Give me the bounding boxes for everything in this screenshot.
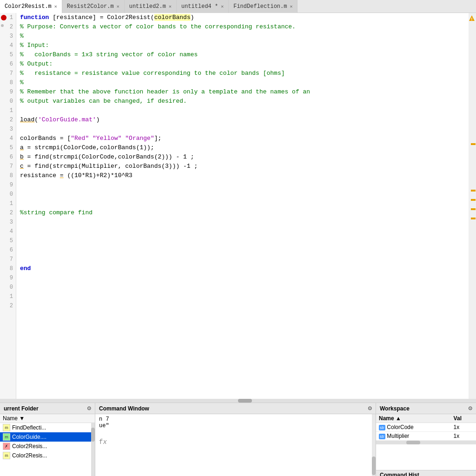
code-editor[interactable]: function [resistance] = Color2Resist(col… <box>16 13 469 399</box>
gutter-marker-1 <box>471 143 476 145</box>
code-line-7: % resistance = resistance value correspo… <box>20 69 469 78</box>
folder-item-color2resis-2[interactable]: m Color2Resis... <box>0 451 91 460</box>
code-line-5: % colorBands = 1x3 string vector of colo… <box>20 50 469 60</box>
folder-item-finddeflection[interactable]: m FindDeflecti... <box>0 423 91 432</box>
code-line-4: % Input: <box>20 41 469 50</box>
tab-label: untitled2.m <box>129 3 166 10</box>
folder-scrollbar-thumb[interactable] <box>91 428 95 442</box>
panel-current-folder: urrent Folder ⊙ Name ▼ m FindDeflecti...… <box>0 403 95 476</box>
ws-row-multiplier[interactable]: str Multiplier 1x <box>376 432 476 441</box>
current-folder-menu-icon[interactable]: ⊙ <box>87 405 91 411</box>
ws-cell-name-multiplier: str Multiplier <box>376 432 451 441</box>
line-num-28: 8 <box>0 264 16 273</box>
tab-color2resist[interactable]: Color2Resist.m ✕ <box>0 0 62 13</box>
file-icon-m: m <box>3 424 10 431</box>
code-line-14: colorBands = ["Red" "Yellow" "Orange"]; <box>20 134 469 143</box>
cmd-line-3: ue" <box>99 423 368 429</box>
code-line-12: load('ColorGuide.mat') <box>20 115 469 125</box>
line-num-29: 9 <box>0 273 16 283</box>
line-num-10: 0 <box>0 97 16 106</box>
line-num-20: 0 <box>0 190 16 199</box>
line-num-32: 2 <box>0 301 16 311</box>
line-num-1: 1 <box>0 13 16 22</box>
code-line-25 <box>20 236 469 245</box>
ws-type-icon-colorcode: str <box>379 425 385 430</box>
tab-label: untitled4 * <box>181 3 218 10</box>
file-icon-mat: m <box>3 433 10 441</box>
code-line-13 <box>20 125 469 134</box>
code-line-11 <box>20 106 469 115</box>
line-num-31: 1 <box>0 292 16 301</box>
code-line-26 <box>20 245 469 255</box>
current-folder-title: urrent Folder <box>4 405 39 412</box>
ws-type-icon-multiplier: str <box>379 434 385 439</box>
line-num-30: 0 <box>0 283 16 292</box>
line-num-5: 5 <box>0 50 16 60</box>
ws-col-value: Val <box>451 414 476 423</box>
tab-close-finddeflection[interactable]: ✕ <box>290 4 292 9</box>
command-scrollbar-thumb[interactable] <box>372 456 376 475</box>
command-window-title: Command Window <box>99 405 149 412</box>
code-line-17: c = find(strcmpi(Multiplier, colorBands(… <box>20 162 469 171</box>
right-gutter: ! <box>469 13 476 399</box>
command-window-menu-icon[interactable]: ⊙ <box>368 405 372 411</box>
tab-close-resist2color[interactable]: ✕ <box>117 4 119 9</box>
command-scrollbar[interactable] <box>372 414 376 476</box>
tab-close-untitled4[interactable]: ✕ <box>221 4 224 9</box>
ws-cell-val-multiplier: 1x <box>451 432 476 441</box>
line-num-4: 4 <box>0 41 16 50</box>
code-line-22: %string compare find <box>20 208 469 218</box>
line-num-2: 2 <box>0 22 16 32</box>
line-num-13: 3 <box>0 125 16 134</box>
file-icon-err: ✗ <box>3 443 10 450</box>
gutter-marker-3 <box>471 199 476 201</box>
code-line-16: b = find(strcmpi(ColorCode,colorBands(2)… <box>20 152 469 162</box>
ws-cell-name-colorcode: str ColorCode <box>376 423 451 432</box>
command-window-body[interactable]: n 7 ue" fx <box>95 414 376 476</box>
workspace-body: Name ▲ Val str ColorCode 1x str <box>376 414 476 470</box>
folder-col-header: Name ▼ <box>0 414 95 423</box>
code-line-30 <box>20 283 469 292</box>
tab-close-color2resist[interactable]: ✕ <box>54 4 57 9</box>
tab-close-untitled2[interactable]: ✕ <box>169 4 172 9</box>
cmd-line-1: n 7 <box>99 416 368 423</box>
bottom-panels: urrent Folder ⊙ Name ▼ m FindDeflecti...… <box>0 403 476 476</box>
folder-item-colorguide[interactable]: m ColorGuide.... <box>0 432 91 442</box>
line-num-8: 8 <box>0 78 16 87</box>
workspace-title: Workspace <box>380 405 410 412</box>
ws-row-colorcode[interactable]: str ColorCode 1x <box>376 423 476 432</box>
tab-untitled2[interactable]: untitled2.m ✕ <box>125 0 177 13</box>
folder-item-color2resis-1[interactable]: ✗ Color2Resis... <box>0 442 91 451</box>
editor-container: 1 2 3 4 5 6 7 8 9 0 1 2 3 4 5 6 7 8 9 0 … <box>0 13 476 399</box>
workspace-menu-icon[interactable]: ⊙ <box>468 405 472 411</box>
line-num-26: 6 <box>0 245 16 255</box>
workspace-scrollbar-thumb[interactable] <box>406 441 420 444</box>
current-folder-body: Name ▼ m FindDeflecti... m ColorGuide...… <box>0 414 95 476</box>
gutter-marker-2 <box>471 190 476 192</box>
tab-bar: Color2Resist.m ✕ Resist2Color.m ✕ untitl… <box>0 0 476 13</box>
file-icon-m2: m <box>3 452 10 459</box>
editor-scrollbar-h[interactable] <box>0 399 476 403</box>
command-history-label: Command Hist... <box>376 470 476 476</box>
tab-resist2color[interactable]: Resist2Color.m ✕ <box>62 0 125 13</box>
line-num-18: 8 <box>0 171 16 180</box>
code-line-1: function [resistance] = Color2Resist(col… <box>20 13 469 22</box>
code-line-19 <box>20 180 469 190</box>
code-line-9: % Remember that the above function heade… <box>20 87 469 97</box>
folder-item-name: Color2Resis... <box>12 452 47 459</box>
workspace-header: Workspace ⊙ <box>376 403 476 414</box>
code-line-27 <box>20 255 469 264</box>
tab-label: Color2Resist.m <box>5 3 52 10</box>
workspace-scrollbar-h[interactable] <box>376 441 476 444</box>
ws-col-name: Name ▲ <box>376 414 451 423</box>
code-line-18: resistance = ((10*R1)+R2)*10^R3 <box>20 171 469 180</box>
line-num-15: 5 <box>0 143 16 152</box>
code-line-24 <box>20 227 469 236</box>
line-num-23: 3 <box>0 218 16 227</box>
folder-scrollbar[interactable] <box>91 423 95 476</box>
line-num-14: 4 <box>0 134 16 143</box>
folder-list: m FindDeflecti... m ColorGuide.... ✗ Col… <box>0 423 91 476</box>
editor-scrollbar-thumb[interactable] <box>238 399 252 403</box>
tab-untitled4[interactable]: untitled4 * ✕ <box>177 0 229 13</box>
tab-finddeflection[interactable]: FindDeflection.m ✕ <box>229 0 298 13</box>
